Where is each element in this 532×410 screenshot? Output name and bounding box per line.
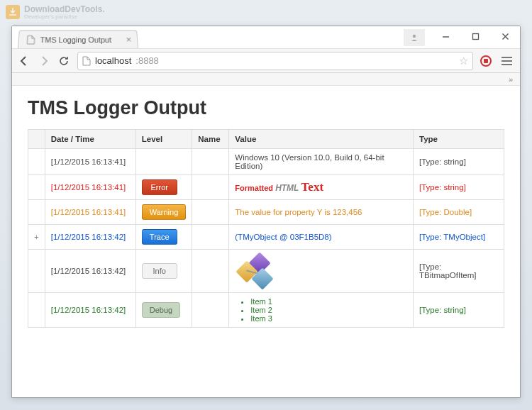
type-cell: [Type: TMyObject] bbox=[414, 225, 504, 250]
type-cell: [Type: string] bbox=[414, 175, 504, 200]
page-icon bbox=[26, 35, 36, 45]
expand-cell[interactable]: + bbox=[28, 225, 45, 250]
brand-icon bbox=[6, 5, 20, 19]
user-icon[interactable] bbox=[404, 29, 425, 46]
table-row: [1/12/2015 16:13:42]DebugItem 1Item 2Ite… bbox=[28, 293, 504, 328]
table-row: +[1/12/2015 16:13:42]Trace(TMyObject @ 0… bbox=[28, 225, 504, 250]
toolbar: localhost:8888 ☆ bbox=[12, 49, 520, 73]
level-cell: Trace bbox=[135, 225, 192, 250]
formatted-html-text: Formatted HTML Text bbox=[235, 184, 323, 192]
date-cell: [1/12/2015 16:13:42] bbox=[45, 225, 135, 250]
col-expand bbox=[28, 130, 45, 149]
address-host: localhost bbox=[95, 55, 131, 66]
maximize-button[interactable] bbox=[460, 26, 490, 46]
brand-text: DownloadDevTools. bbox=[24, 4, 105, 14]
expand-cell bbox=[28, 250, 45, 293]
level-cell: Debug bbox=[135, 293, 192, 328]
date-cell: [1/12/2015 16:13:42] bbox=[45, 293, 135, 328]
value-cell: Formatted HTML Text bbox=[229, 175, 414, 200]
col-value: Value bbox=[229, 130, 414, 149]
name-cell bbox=[192, 250, 229, 293]
table-row: [1/12/2015 16:13:42]Info[Type: TBitmapOf… bbox=[28, 250, 504, 293]
level-badge: Debug bbox=[142, 302, 180, 318]
tab-strip: TMS Logging Output × bbox=[12, 26, 138, 48]
col-name: Name bbox=[192, 130, 229, 149]
name-cell bbox=[192, 200, 229, 225]
list-item: Item 3 bbox=[250, 314, 407, 323]
level-cell: Warning bbox=[135, 200, 192, 225]
close-button[interactable] bbox=[490, 26, 520, 46]
date-cell: [1/12/2015 16:13:42] bbox=[45, 250, 135, 293]
date-cell: [1/12/2015 16:13:41] bbox=[45, 175, 135, 200]
type-cell: [Type: Double] bbox=[414, 200, 504, 225]
page-title: TMS Logger Output bbox=[28, 97, 504, 119]
titlebar: TMS Logging Output × bbox=[12, 26, 520, 49]
forward-button[interactable] bbox=[38, 55, 50, 67]
table-row: [1/12/2015 16:13:41]Windows 10 (Version … bbox=[28, 149, 504, 175]
value-list: Item 1Item 2Item 3 bbox=[235, 297, 407, 323]
tab-title: TMS Logging Output bbox=[40, 35, 111, 44]
svg-rect-2 bbox=[472, 33, 478, 39]
table-header-row: Date / Time Level Name Value Type bbox=[28, 130, 504, 149]
list-item: Item 2 bbox=[250, 306, 407, 314]
value-cell: Item 1Item 2Item 3 bbox=[229, 293, 414, 328]
bookmark-overflow-bar: » bbox=[12, 73, 520, 86]
level-badge: Error bbox=[142, 179, 177, 195]
value-cell: (TMyObject @ 03F1B5D8) bbox=[229, 225, 414, 250]
level-cell: Error bbox=[135, 175, 192, 200]
level-cell bbox=[135, 149, 192, 175]
browser-window: TMS Logging Output × localhost:8888 ☆ » bbox=[11, 26, 521, 398]
name-cell bbox=[192, 175, 229, 200]
watermark: DownloadDevTools. Developer's paradise bbox=[6, 4, 105, 20]
expand-cell bbox=[28, 175, 45, 200]
date-cell: [1/12/2015 16:13:41] bbox=[45, 149, 135, 175]
value-cell: The value for property Y is 123,456 bbox=[229, 200, 414, 225]
site-icon bbox=[82, 56, 91, 66]
menu-icon[interactable] bbox=[499, 57, 514, 65]
address-port: :8888 bbox=[135, 55, 159, 66]
table-row: [1/12/2015 16:13:41]ErrorFormatted HTML … bbox=[28, 175, 504, 200]
value-cell: Windows 10 (Version 10.0, Build 0, 64-bi… bbox=[229, 149, 414, 175]
name-cell bbox=[192, 225, 229, 250]
bitmap-icon bbox=[235, 254, 275, 288]
brand-tagline: Developer's paradise bbox=[24, 13, 105, 20]
type-cell: [Type: string] bbox=[414, 149, 504, 175]
minimize-button[interactable] bbox=[431, 26, 460, 46]
col-date: Date / Time bbox=[45, 130, 135, 149]
page-content: TMS Logger Output Date / Time Level Name… bbox=[12, 86, 520, 397]
expand-cell bbox=[28, 149, 45, 175]
level-cell: Info bbox=[135, 250, 192, 293]
level-badge: Info bbox=[142, 263, 177, 279]
adblock-icon[interactable] bbox=[480, 55, 492, 67]
bookmark-star-icon[interactable]: ☆ bbox=[459, 55, 468, 67]
overflow-chevron-icon[interactable]: » bbox=[509, 75, 513, 84]
reload-button[interactable] bbox=[57, 55, 70, 67]
name-cell bbox=[192, 293, 229, 328]
log-table: Date / Time Level Name Value Type [1/12/… bbox=[28, 129, 504, 328]
expand-icon[interactable]: + bbox=[34, 233, 39, 241]
col-type: Type bbox=[414, 130, 504, 149]
date-cell: [1/12/2015 16:13:41] bbox=[45, 200, 135, 225]
svg-point-0 bbox=[413, 35, 416, 38]
expand-cell bbox=[28, 293, 45, 328]
level-badge: Trace bbox=[142, 229, 177, 245]
tab-close-icon[interactable]: × bbox=[126, 34, 131, 45]
expand-cell bbox=[28, 200, 45, 225]
type-cell: [Type: TBitmapOfItem] bbox=[414, 250, 504, 293]
list-item: Item 1 bbox=[250, 297, 407, 306]
table-row: [1/12/2015 16:13:41]WarningThe value for… bbox=[28, 200, 504, 225]
value-cell bbox=[229, 250, 414, 293]
tab-active[interactable]: TMS Logging Output × bbox=[18, 31, 138, 48]
address-bar[interactable]: localhost:8888 ☆ bbox=[77, 52, 473, 70]
col-level: Level bbox=[135, 130, 192, 149]
name-cell bbox=[192, 149, 229, 175]
type-cell: [Type: string] bbox=[414, 293, 504, 328]
level-badge: Warning bbox=[142, 204, 187, 220]
window-controls bbox=[404, 26, 520, 46]
back-button[interactable] bbox=[18, 55, 31, 67]
